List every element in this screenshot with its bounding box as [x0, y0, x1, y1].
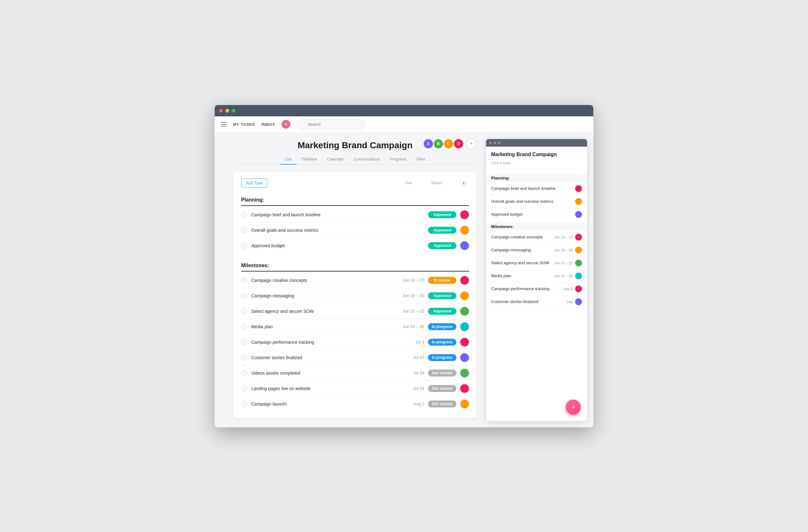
svg-point-2: [243, 228, 246, 232]
side-task-avatar: [575, 211, 582, 218]
app-window: MY TASKS INBOX + ⚲ A B C: [215, 105, 593, 427]
task-checkbox[interactable]: [241, 243, 247, 249]
task-row: Campaign brief and launch timeline Appro…: [241, 207, 469, 223]
tab-calendar[interactable]: Calendar: [322, 154, 349, 165]
side-task-name: Media plan: [491, 273, 554, 278]
side-task-date: July: [566, 300, 572, 304]
status-badge: Approved: [428, 242, 456, 249]
task-row: Campaign creative concepts Jun 19 – 27 I…: [241, 273, 469, 288]
task-name: Videos assets completed: [251, 370, 395, 376]
side-task-row: Approved budget: [491, 208, 582, 221]
side-planning-task-list: Campaign brief and launch timeline Overa…: [491, 182, 582, 221]
avatar: D: [453, 138, 464, 149]
add-member-button[interactable]: +: [466, 138, 477, 149]
tab-files[interactable]: Files: [411, 154, 430, 165]
task-avatar: [460, 338, 469, 346]
side-task-name: Overall goals and success metrics: [491, 199, 575, 204]
task-name: Campaign messaging: [251, 293, 395, 298]
task-row: Videos assets completed Jul 20 Not start…: [241, 365, 469, 381]
svg-point-5: [243, 294, 246, 297]
task-date: Aug 1: [399, 401, 424, 406]
side-panel: Marketing Brand Campaign Add a task... P…: [486, 139, 587, 421]
task-checkbox[interactable]: [241, 401, 247, 407]
add-task-button[interactable]: Add Task: [241, 178, 267, 188]
task-name: Campaign brief and launch timeline: [251, 212, 395, 217]
task-checkbox[interactable]: [241, 308, 247, 315]
task-avatar: [460, 276, 469, 285]
task-name: Campaign creative concepts: [251, 278, 395, 283]
side-task-name: Customer stories finalized: [491, 299, 566, 304]
minimize-dot[interactable]: [225, 109, 229, 113]
side-task-avatar: [575, 234, 582, 241]
task-checkbox[interactable]: [241, 212, 247, 218]
task-avatar: [460, 307, 469, 316]
side-task-row: Media plan Jun 25 – 26: [491, 270, 582, 283]
task-checkbox[interactable]: [241, 355, 247, 361]
milestone-task-list: Campaign creative concepts Jun 19 – 27 I…: [241, 273, 469, 412]
svg-point-7: [243, 325, 246, 328]
hamburger-menu[interactable]: [221, 122, 227, 127]
task-row: Campaign messaging Jun 18 – 20 Approved: [241, 288, 469, 304]
task-checkbox[interactable]: [241, 227, 247, 233]
status-badge: In progress: [428, 323, 456, 330]
side-task-row: Campaign performance tracking July 3: [491, 283, 582, 296]
search-input[interactable]: [297, 119, 366, 129]
maximize-dot[interactable]: [232, 109, 236, 113]
task-checkbox[interactable]: [241, 293, 247, 299]
global-add-button[interactable]: +: [281, 120, 290, 129]
task-avatar: [460, 291, 469, 300]
status-badge: Not started: [428, 369, 456, 377]
task-checkbox[interactable]: [241, 370, 247, 376]
task-avatar: [460, 226, 469, 235]
side-panel-body: Marketing Brand Campaign Add a task... P…: [486, 147, 587, 314]
side-panel-titlebar: [486, 139, 587, 147]
svg-point-9: [243, 356, 246, 359]
due-column-header: Due: [405, 181, 412, 185]
inbox-link[interactable]: INBOX: [261, 122, 275, 127]
task-date: Jul 3: [399, 340, 424, 344]
side-task-date: Jun 25 – 26: [554, 274, 573, 278]
svg-point-11: [243, 387, 246, 390]
task-name: Select agency and secure SOW: [251, 309, 395, 314]
side-task-avatar: [575, 272, 582, 280]
status-badge: Not started: [428, 400, 456, 407]
side-task-avatar: [575, 260, 582, 266]
tab-timeline[interactable]: Timeline: [296, 154, 322, 165]
side-panel-title: Marketing Brand Campaign: [491, 152, 582, 157]
task-date: Jun 18 – 20: [399, 293, 424, 298]
side-planning-label: Planning:: [486, 174, 587, 182]
task-row: Approved budget Approved: [241, 238, 469, 253]
titlebar: [215, 105, 593, 116]
task-row: Campaign launch! Aug 1 Not started: [241, 396, 469, 412]
side-task-avatar: [575, 198, 582, 205]
svg-point-8: [243, 340, 246, 344]
tab-progress[interactable]: Progress: [385, 154, 411, 165]
topbar: MY TASKS INBOX + ⚲: [215, 116, 593, 133]
task-avatar: [460, 322, 469, 331]
task-checkbox[interactable]: [241, 339, 247, 345]
milestones-section: Milestones: Campaign creative concepts J…: [241, 260, 469, 412]
members-row: A B C D +: [423, 138, 477, 149]
close-dot[interactable]: [219, 109, 223, 113]
planning-task-list: Campaign brief and launch timeline Appro…: [241, 207, 469, 253]
svg-point-12: [243, 402, 246, 405]
side-add-task[interactable]: Add a task...: [491, 160, 582, 169]
my-tasks-link[interactable]: MY TASKS: [233, 122, 255, 127]
task-name: Overall goals and success metrics: [251, 228, 395, 233]
tab-list[interactable]: List: [280, 154, 296, 165]
task-date: Jul 24: [399, 386, 424, 391]
side-task-name: Campaign performance tracking: [491, 286, 563, 291]
tab-conversations[interactable]: Conversations: [349, 154, 385, 165]
side-task-row: Campaign creative concepts Jun 19 – 27: [491, 231, 582, 244]
avatar: B: [433, 138, 444, 149]
status-badge: Approved: [428, 308, 456, 315]
task-area: Add Task Due Status Planning: Campaign b…: [234, 172, 477, 418]
fab-button[interactable]: +: [566, 400, 581, 415]
task-date: Jun 21 – 22: [399, 309, 424, 314]
status-badge: In review: [428, 277, 456, 284]
task-checkbox[interactable]: [241, 324, 247, 330]
task-checkbox[interactable]: [241, 277, 247, 284]
task-checkbox[interactable]: [241, 385, 247, 392]
column-headers: Due Status: [405, 180, 469, 186]
task-avatar: [460, 210, 469, 219]
